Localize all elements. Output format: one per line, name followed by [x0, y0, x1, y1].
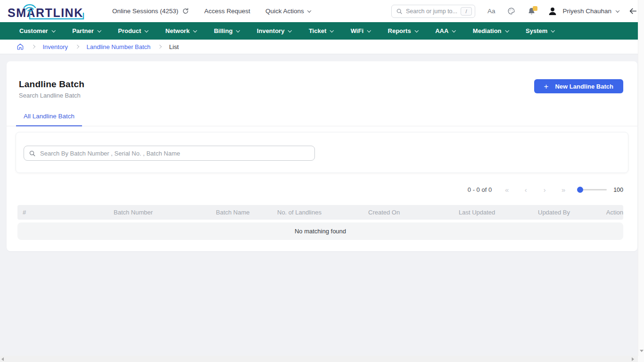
chevron-down-icon [505, 28, 509, 32]
navbar-item-label: Product [118, 27, 141, 34]
slash-shortcut-badge: / [461, 7, 472, 16]
breadcrumb-current: List [169, 43, 179, 50]
table-column-header: Batch Name [211, 209, 272, 216]
online-sessions-label: Online Sessions (4253) [112, 8, 178, 15]
new-landline-batch-label: New Landline Batch [555, 83, 613, 90]
chevron-down-icon [330, 28, 334, 32]
scroll-right-arrow-icon[interactable] [632, 357, 634, 361]
empty-message: No matching found [295, 228, 346, 235]
navbar-item[interactable]: AAA [435, 27, 455, 34]
batch-search-box[interactable] [24, 146, 315, 161]
navbar-item-label: Billing [214, 27, 233, 34]
navbar-item-label: Inventory [257, 27, 285, 34]
table-empty-row: No matching found [17, 222, 623, 240]
landline-batch-table: # Batch Number Batch Name No. of Landlin… [17, 205, 623, 240]
back-arrow-button[interactable] [628, 7, 637, 16]
avatar-icon [547, 6, 558, 16]
breadcrumb-separator [32, 45, 35, 49]
chevron-down-icon [52, 28, 56, 32]
previous-page-button[interactable]: ‹ [516, 186, 535, 194]
navbar-item-label: Ticket [309, 27, 326, 34]
filter-panel [16, 132, 628, 173]
header-icon-group: Aa [487, 7, 537, 16]
font-size-toggle[interactable]: Aa [487, 8, 495, 15]
navbar-item[interactable]: Reports [388, 27, 418, 34]
navbar-item[interactable]: Customer [19, 27, 55, 34]
navbar-item[interactable]: Partner [72, 27, 100, 34]
navbar-item-label: Customer [19, 27, 48, 34]
chevron-down-icon [288, 28, 292, 32]
slider-knob[interactable] [577, 187, 583, 193]
home-icon[interactable] [17, 43, 24, 50]
chevron-down-icon [193, 28, 197, 32]
breadcrumb-link-landline-number-batch[interactable]: Landline Number Batch [86, 43, 150, 50]
tab-all-landline-batch[interactable]: All Landline Batch [16, 113, 82, 126]
chevron-down-icon [307, 8, 311, 12]
navbar-item[interactable]: Billing [214, 27, 239, 34]
global-search-box[interactable]: / [391, 5, 475, 18]
breadcrumb-link-inventory[interactable]: Inventory [43, 43, 68, 50]
search-icon [29, 150, 36, 157]
search-icon [396, 8, 403, 15]
navbar-item-label: Network [165, 27, 190, 34]
plus-icon: + [544, 82, 549, 90]
table-column-header: No. of Landlines [272, 209, 363, 216]
main-content: Landline Batch Search Landline Batch + N… [0, 54, 644, 258]
navbar-item[interactable]: Network [165, 27, 197, 34]
quick-actions-label: Quick Actions [265, 8, 304, 15]
table-header-row: # Batch Number Batch Name No. of Landlin… [17, 205, 623, 220]
navbar-items: Customer Partner Product Network Billing [19, 27, 554, 34]
smartlink-logo-graphic: SMARTLINK [7, 1, 88, 21]
horizontal-scrollbar[interactable] [0, 356, 638, 362]
theme-palette-icon[interactable] [507, 7, 515, 15]
chevron-down-icon [145, 28, 149, 32]
scroll-left-arrow-icon[interactable] [1, 357, 4, 361]
navbar-item-label: WiFi [351, 27, 363, 34]
breadcrumb-separator [158, 45, 162, 49]
new-landline-batch-button[interactable]: + New Landline Batch [534, 79, 623, 93]
chevron-down-icon [98, 28, 101, 32]
last-page-button[interactable]: » [554, 186, 573, 194]
refresh-icon[interactable] [182, 8, 189, 15]
left-arrow-icon [628, 7, 637, 16]
access-request-link[interactable]: Access Request [204, 8, 250, 15]
main-navbar: Customer Partner Product Network Billing [0, 22, 644, 40]
user-menu[interactable]: Priyesh Chauhan [547, 6, 619, 16]
page-size-value: 100 [613, 187, 623, 193]
chevron-down-icon [236, 28, 240, 32]
online-sessions[interactable]: Online Sessions (4253) [112, 8, 189, 15]
navbar-item[interactable]: Product [118, 27, 148, 34]
chevron-down-icon [616, 8, 619, 12]
chevron-down-icon [551, 28, 555, 32]
vertical-scrollbar[interactable] [638, 0, 644, 356]
next-page-button[interactable]: › [535, 186, 554, 194]
pagination-range: 0 - 0 of 0 [468, 186, 492, 193]
breadcrumb-separator [75, 45, 79, 49]
smartlink-logo[interactable]: SMARTLINK [7, 1, 88, 21]
batch-search-input[interactable] [40, 150, 310, 157]
header-left-links: Online Sessions (4253) Access Request Qu… [112, 8, 311, 15]
table-column-header: Last Updated [454, 209, 533, 216]
logo-wordmark: SMARTLINK [8, 6, 83, 19]
navbar-item[interactable]: WiFi [351, 27, 371, 34]
table-column-header: Action [601, 209, 623, 216]
breadcrumb: Inventory Landline Number Batch List [0, 40, 644, 54]
table-column-header: Updated By [533, 209, 601, 216]
scroll-down-arrow-icon[interactable] [640, 350, 644, 352]
notifications-bell-icon[interactable] [528, 7, 536, 16]
navbar-item[interactable]: Ticket [309, 27, 333, 34]
table-column-header: Batch Number [108, 209, 211, 216]
navbar-item[interactable]: System [526, 27, 554, 34]
tabs-bar: All Landline Batch [7, 112, 637, 126]
chevron-down-icon [367, 28, 371, 32]
page-size-slider[interactable] [578, 187, 607, 193]
navbar-item[interactable]: Mediation [473, 27, 508, 34]
global-search-input[interactable] [406, 8, 457, 15]
chevron-down-icon [452, 28, 456, 32]
navbar-item[interactable]: Inventory [257, 27, 291, 34]
first-page-button[interactable]: « [497, 186, 516, 194]
quick-actions-menu[interactable]: Quick Actions [265, 8, 311, 15]
table-column-header: # [17, 209, 108, 216]
access-request-label: Access Request [204, 8, 250, 15]
user-name: Priyesh Chauhan [562, 8, 611, 15]
